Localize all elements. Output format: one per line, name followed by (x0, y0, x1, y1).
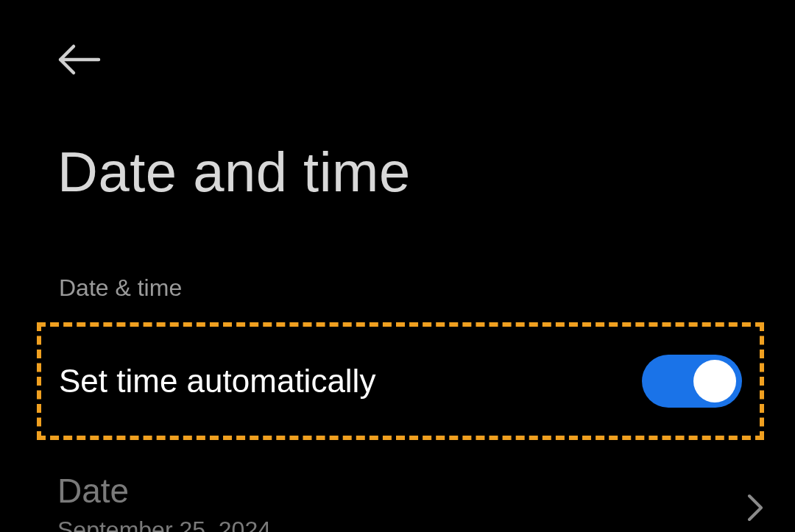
date-value: September 25, 2024 (57, 517, 271, 532)
date-label: Date (57, 471, 271, 511)
auto-time-toggle[interactable] (642, 355, 742, 408)
auto-time-label: Set time automatically (59, 363, 375, 400)
back-arrow-icon (57, 43, 102, 79)
back-button[interactable] (57, 43, 102, 79)
section-header: Date & time (59, 274, 182, 302)
page-title: Date and time (57, 140, 411, 204)
chevron-right-icon (746, 493, 764, 525)
setting-row-auto-time[interactable]: Set time automatically (37, 322, 764, 440)
toggle-knob (693, 360, 736, 402)
setting-row-date[interactable]: Date September 25, 2024 (57, 471, 764, 532)
date-section: Date September 25, 2024 (57, 471, 271, 532)
